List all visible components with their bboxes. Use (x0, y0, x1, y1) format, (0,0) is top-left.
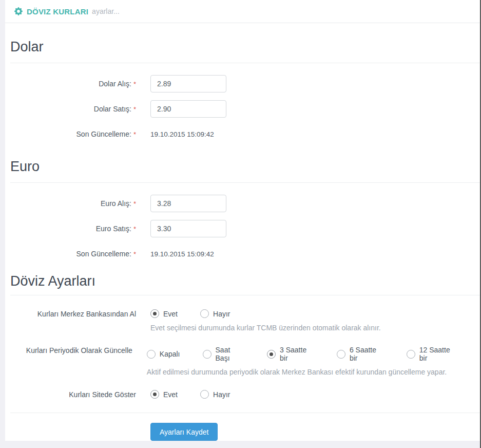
label-text: Euro Satış: (96, 225, 131, 233)
euro-alis-input[interactable] (150, 195, 226, 212)
setting-row-periyodik-guncelle: Kurları Periyodik Olarak Güncelle Kapalı… (5, 346, 480, 376)
page-title: DÖVIZ KURLARI (27, 7, 88, 16)
section-heading-ayarlar: Döviz Ayarları (10, 272, 480, 290)
required-mark: * (133, 250, 136, 258)
radio-icon[interactable] (147, 350, 156, 359)
radio-option-evet[interactable]: Evet (150, 309, 178, 318)
radio-option-label[interactable]: Hayır (213, 390, 230, 399)
label-text: Euro Alış: (101, 199, 131, 208)
radio-option-label[interactable]: 3 Saatte bir (280, 346, 314, 362)
field-label: Dolar Satış:* (5, 105, 136, 113)
radio-icon[interactable] (407, 350, 415, 359)
field-label: Euro Satış:* (5, 225, 136, 233)
section-heading-dolar: Dolar (10, 38, 480, 56)
section-euro: Euro Euro Alış:* Euro Satış:* Son Güncel… (5, 157, 480, 263)
radio-option-label[interactable]: Saat Başı (216, 346, 245, 362)
radio-option-3-saatte-bir[interactable]: 3 Saatte bir (267, 346, 314, 362)
form-row-euro-alis: Euro Alış:* (5, 195, 480, 212)
required-mark: * (133, 105, 136, 113)
radio-option-hayir[interactable]: Hayır (200, 309, 230, 318)
gear-icon (14, 7, 23, 15)
radio-icon[interactable] (150, 309, 159, 318)
dolar-alis-input[interactable] (150, 75, 226, 92)
page: DÖVIZ KURLARI ayarlar... Dolar Dolar Alı… (0, 0, 481, 448)
radio-icon[interactable] (150, 390, 159, 399)
label-text: Son Güncelleme: (76, 130, 131, 138)
radio-option-hayir[interactable]: Hayır (200, 390, 230, 399)
label-text: Son Güncelleme: (76, 250, 131, 258)
radio-option-label[interactable]: 6 Saatte bir (350, 346, 384, 362)
required-mark: * (133, 130, 136, 138)
divider (10, 295, 480, 295)
dolar-satis-input[interactable] (150, 100, 226, 118)
radio-option-6-saatte-bir[interactable]: 6 Saatte bir (337, 346, 384, 362)
help-text-merkez-bankasi: Evet seçilmesi durumunda kurlar TCMB üze… (150, 324, 381, 332)
radio-group-sitede-goster: Evet Hayır (150, 390, 253, 399)
divider (10, 413, 480, 413)
section-heading-euro: Euro (10, 157, 480, 176)
radio-option-label[interactable]: Kapalı (160, 350, 180, 358)
required-mark: * (133, 225, 136, 233)
radio-group-merkez-bankasi: Evet Hayır (150, 309, 381, 318)
form-row-dolar-guncelleme: Son Güncelleme:* 19.10.2015 15:09:42 (5, 125, 480, 143)
section-doviz-ayarlari: Döviz Ayarları Kurları Merkez Bankasında… (5, 272, 480, 441)
help-text-periyodik-guncelle: Aktif edilmesi durumunda periyodik olara… (147, 368, 480, 376)
form-row-euro-guncelleme: Son Güncelleme:* 19.10.2015 15:09:42 (5, 245, 480, 263)
radio-icon[interactable] (200, 309, 209, 318)
radio-option-12-saatte-bir[interactable]: 12 Saatte bir (407, 346, 457, 362)
form-row-dolar-alis: Dolar Alış:* (5, 75, 480, 92)
section-dolar: Dolar Dolar Alış:* Dolar Satış:* Son Gün… (5, 38, 480, 143)
radio-icon[interactable] (203, 350, 211, 359)
required-mark: * (133, 200, 136, 208)
setting-label: Kurları Sitede Göster (5, 390, 136, 399)
setting-row-sitede-goster: Kurları Sitede Göster Evet Hayır (5, 390, 480, 399)
setting-row-merkez-bankasi: Kurları Merkez Bankasından Al Evet Hayır… (5, 309, 480, 332)
page-subtitle: ayarlar... (92, 7, 120, 15)
radio-option-label[interactable]: 12 Saatte bir (419, 346, 457, 362)
radio-icon[interactable] (267, 350, 276, 359)
radio-option-label[interactable]: Evet (163, 390, 178, 399)
radio-option-label[interactable]: Evet (163, 310, 178, 318)
radio-icon[interactable] (200, 390, 209, 399)
radio-option-saat-basi[interactable]: Saat Başı (203, 346, 245, 362)
setting-label: Kurları Merkez Bankasından Al (5, 309, 136, 332)
radio-icon[interactable] (337, 350, 345, 359)
label-text: Dolar Satış: (94, 105, 131, 113)
radio-option-label[interactable]: Hayır (213, 310, 230, 318)
label-text: Dolar Alış: (99, 80, 131, 88)
doviz-kurlari-panel: DÖVIZ KURLARI ayarlar... Dolar Dolar Alı… (5, 0, 480, 441)
form-row-euro-satis: Euro Satış:* (5, 220, 480, 237)
radio-option-kapali[interactable]: Kapalı (147, 350, 180, 359)
panel-header: DÖVIZ KURLARI ayarlar... (5, 0, 480, 23)
required-mark: * (133, 80, 136, 88)
field-label: Son Güncelleme:* (5, 250, 136, 258)
form-row-dolar-satis: Dolar Satış:* (5, 100, 480, 118)
field-label: Son Güncelleme:* (5, 130, 136, 138)
euro-satis-input[interactable] (150, 220, 226, 237)
euro-last-update-value: 19.10.2015 15:09:42 (150, 250, 214, 258)
radio-group-periyodik-guncelle: Kapalı Saat Başı 3 Saatte bir 6 Saa (147, 346, 480, 362)
field-label: Euro Alış:* (5, 199, 136, 208)
setting-label: Kurları Periyodik Olarak Güncelle (5, 346, 132, 376)
save-settings-button[interactable]: Ayarları Kaydet (150, 423, 218, 441)
field-label: Dolar Alış:* (5, 80, 136, 88)
dolar-last-update-value: 19.10.2015 15:09:42 (150, 130, 214, 138)
radio-option-evet[interactable]: Evet (150, 390, 178, 399)
